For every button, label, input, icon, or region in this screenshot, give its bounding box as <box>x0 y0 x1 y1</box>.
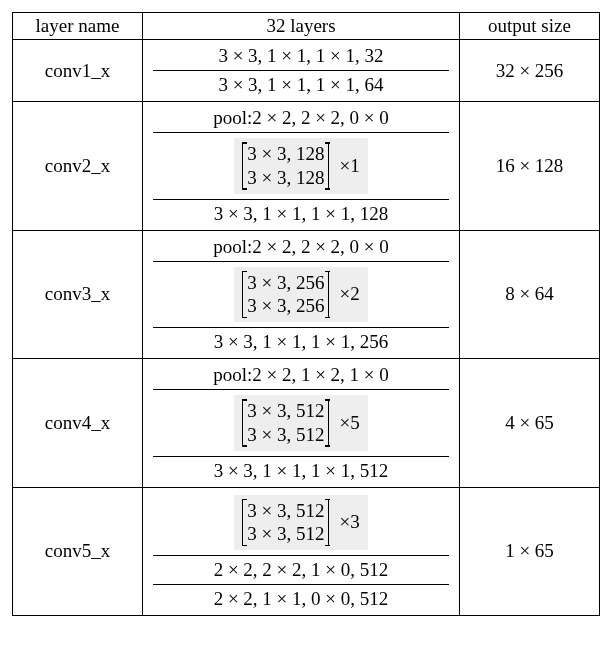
block-row: 3 × 3, 256 <box>247 271 324 295</box>
inner-lines: pool:2 × 2, 2 × 2, 0 × 0 3 × 3, 128 3 × … <box>153 104 449 228</box>
output-size: 16 × 128 <box>460 102 600 231</box>
arch-cell: pool:2 × 2, 1 × 2, 1 × 0 3 × 3, 512 3 × … <box>143 359 460 488</box>
res-block-cell: 3 × 3, 128 3 × 3, 128 ×1 <box>153 133 449 200</box>
layer-name: conv5_x <box>13 487 143 616</box>
inner-lines: pool:2 × 2, 1 × 2, 1 × 0 3 × 3, 512 3 × … <box>153 361 449 485</box>
conv-spec: 3 × 3, 1 × 1, 1 × 1, 64 <box>153 71 449 100</box>
layer-name: conv1_x <box>13 40 143 102</box>
table-row: conv5_x 3 × 3, 512 3 × 3, 512 ×3 <box>13 487 600 616</box>
block-multiplier: ×1 <box>329 142 359 190</box>
block-row: 3 × 3, 512 <box>247 499 324 523</box>
conv-spec: 3 × 3, 1 × 1, 1 × 1, 512 <box>153 456 449 485</box>
res-block-cell: 3 × 3, 512 3 × 3, 512 ×5 <box>153 390 449 457</box>
pool-spec: pool:2 × 2, 2 × 2, 0 × 0 <box>153 233 449 262</box>
res-block-cell: 3 × 3, 512 3 × 3, 512 ×3 <box>153 490 449 556</box>
layer-name: conv3_x <box>13 230 143 359</box>
architecture-table: layer name 32 layers output size conv1_x… <box>12 12 600 616</box>
layer-name: conv2_x <box>13 102 143 231</box>
bracket-icon: 3 × 3, 512 3 × 3, 512 <box>242 499 329 547</box>
inner-lines: pool:2 × 2, 2 × 2, 0 × 0 3 × 3, 256 3 × … <box>153 233 449 357</box>
table-row: conv1_x 3 × 3, 1 × 1, 1 × 1, 32 3 × 3, 1… <box>13 40 600 102</box>
pool-spec: pool:2 × 2, 1 × 2, 1 × 0 <box>153 361 449 390</box>
residual-block: 3 × 3, 256 3 × 3, 256 ×2 <box>234 267 367 323</box>
residual-block: 3 × 3, 128 3 × 3, 128 ×1 <box>234 138 367 194</box>
block-multiplier: ×5 <box>329 399 359 447</box>
header-layer: layer name <box>13 13 143 40</box>
header-out: output size <box>460 13 600 40</box>
header-arch: 32 layers <box>143 13 460 40</box>
block-row: 3 × 3, 128 <box>247 142 324 166</box>
block-row: 3 × 3, 512 <box>247 522 324 546</box>
res-block-cell: 3 × 3, 256 3 × 3, 256 ×2 <box>153 261 449 328</box>
arch-cell: 3 × 3, 1 × 1, 1 × 1, 32 3 × 3, 1 × 1, 1 … <box>143 40 460 102</box>
inner-lines: 3 × 3, 1 × 1, 1 × 1, 32 3 × 3, 1 × 1, 1 … <box>153 42 449 99</box>
output-size: 1 × 65 <box>460 487 600 616</box>
arch-cell: 3 × 3, 512 3 × 3, 512 ×3 2 × 2, 2 × 2, 1… <box>143 487 460 616</box>
pool-spec: pool:2 × 2, 2 × 2, 0 × 0 <box>153 104 449 133</box>
layer-name: conv4_x <box>13 359 143 488</box>
conv-spec: 3 × 3, 1 × 1, 1 × 1, 32 <box>153 42 449 71</box>
block-row: 3 × 3, 128 <box>247 166 324 190</box>
conv-spec: 2 × 2, 1 × 1, 0 × 0, 512 <box>153 585 449 614</box>
table-header-row: layer name 32 layers output size <box>13 13 600 40</box>
output-size: 32 × 256 <box>460 40 600 102</box>
conv-spec: 3 × 3, 1 × 1, 1 × 1, 256 <box>153 328 449 357</box>
block-multiplier: ×2 <box>329 271 359 319</box>
residual-block: 3 × 3, 512 3 × 3, 512 ×5 <box>234 395 367 451</box>
conv-spec: 3 × 3, 1 × 1, 1 × 1, 128 <box>153 199 449 228</box>
block-multiplier: ×3 <box>329 499 359 547</box>
residual-block: 3 × 3, 512 3 × 3, 512 ×3 <box>234 495 367 551</box>
arch-cell: pool:2 × 2, 2 × 2, 0 × 0 3 × 3, 256 3 × … <box>143 230 460 359</box>
table-row: conv3_x pool:2 × 2, 2 × 2, 0 × 0 3 × 3, … <box>13 230 600 359</box>
bracket-icon: 3 × 3, 256 3 × 3, 256 <box>242 271 329 319</box>
output-size: 8 × 64 <box>460 230 600 359</box>
block-row: 3 × 3, 512 <box>247 423 324 447</box>
table-row: conv4_x pool:2 × 2, 1 × 2, 1 × 0 3 × 3, … <box>13 359 600 488</box>
block-row: 3 × 3, 256 <box>247 294 324 318</box>
arch-cell: pool:2 × 2, 2 × 2, 0 × 0 3 × 3, 128 3 × … <box>143 102 460 231</box>
bracket-icon: 3 × 3, 128 3 × 3, 128 <box>242 142 329 190</box>
bracket-icon: 3 × 3, 512 3 × 3, 512 <box>242 399 329 447</box>
conv-spec: 2 × 2, 2 × 2, 1 × 0, 512 <box>153 556 449 585</box>
block-row: 3 × 3, 512 <box>247 399 324 423</box>
table-row: conv2_x pool:2 × 2, 2 × 2, 0 × 0 3 × 3, … <box>13 102 600 231</box>
output-size: 4 × 65 <box>460 359 600 488</box>
inner-lines: 3 × 3, 512 3 × 3, 512 ×3 2 × 2, 2 × 2, 1… <box>153 490 449 614</box>
